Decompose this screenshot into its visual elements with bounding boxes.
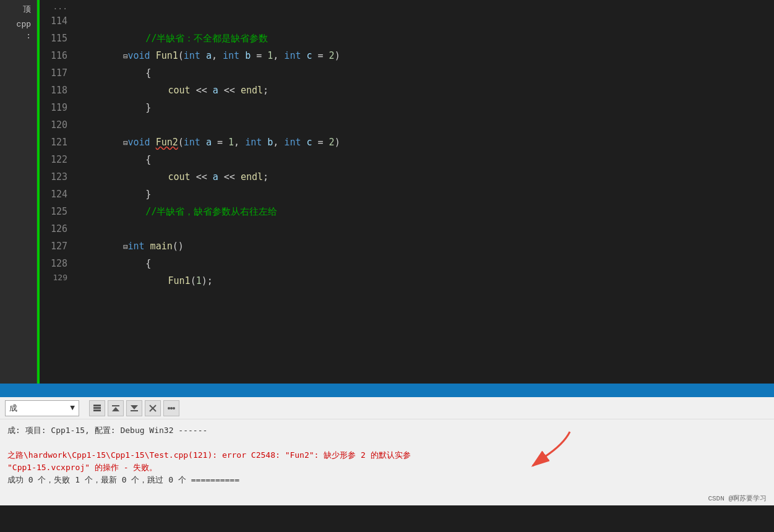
svg-rect-3 [112, 405, 119, 406]
comment-124: //半缺省，缺省参数从右往左给 [123, 206, 277, 217]
sidebar-top-label: 顶 [20, 0, 33, 19]
line-numbers: ... 114 115 116 117 118 119 120 121 122 … [40, 0, 74, 384]
output-panel: 成 ▼ [0, 397, 774, 505]
line-num-123: 123 [51, 168, 67, 186]
fn-fun2: Fun2 [156, 137, 178, 148]
output-footer: CSDN @啊苏要学习 [0, 491, 774, 505]
output-toolbar: 成 ▼ [0, 397, 774, 419]
code-line-119 [74, 99, 774, 116]
toolbar-btn-4[interactable] [145, 400, 161, 416]
code-line-114: //半缺省：不全都是缺省参数 [74, 12, 774, 30]
code-line-124: //半缺省，缺省参数从右往左给 [74, 186, 774, 203]
toolbar-icon-1 [92, 403, 102, 413]
line-num-128: 128 [51, 255, 67, 272]
line-num-partial: ... [53, 1, 67, 12]
line-num-120: 120 [51, 116, 67, 134]
toolbar-icon-2 [111, 403, 121, 413]
blue-separator-bar [0, 384, 774, 397]
toolbar-icon-4 [148, 403, 158, 413]
fn-main: main [150, 241, 173, 252]
kw-void-120: void [127, 137, 150, 148]
line-num-119: 119 [51, 99, 67, 116]
toolbar-btn-3[interactable] [126, 400, 142, 416]
line-num-122: 122 [51, 151, 67, 168]
code-line-126: ⊟int main() [74, 220, 774, 238]
line-num-124: 124 [51, 186, 67, 203]
fn-fun1: Fun1 [156, 50, 178, 61]
toolbar-btn-2[interactable] [108, 400, 124, 416]
line-num-126: 126 [51, 220, 67, 238]
sidebar-dots: : [24, 30, 33, 42]
svg-rect-6 [131, 410, 138, 411]
line-num-116: 116 [51, 47, 67, 64]
output-summary: 成功 0 个，失败 1 个，最新 0 个，跳过 0 个 ========== [7, 474, 767, 486]
dropdown-label: 成 [9, 403, 17, 414]
line-partial-top [74, 1, 774, 12]
code-line-122: cout << a << endl; [74, 151, 774, 168]
output-build-header: 成: 项目: Cpp1-15, 配置: Debug Win32 ------ [7, 424, 767, 437]
output-error-line: 之路\hardwork\Cpp1-15\Cpp1-15\Test.cpp(121… [7, 449, 767, 461]
comment-114: //半缺省：不全都是缺省参数 [123, 33, 268, 44]
code-line-120: ⊟void Fun2(int a = 1, int b, int c = 2) [74, 116, 774, 134]
svg-rect-2 [93, 410, 101, 411]
svg-point-9 [168, 407, 170, 410]
svg-marker-5 [131, 405, 138, 410]
line-num-117: 117 [51, 64, 67, 82]
svg-point-10 [170, 407, 173, 410]
kw-void-115: void [127, 50, 150, 61]
code-line-117: cout << a << endl; [74, 64, 774, 82]
svg-rect-1 [93, 407, 101, 409]
line-num-114: 114 [51, 12, 67, 30]
svg-rect-0 [93, 405, 101, 406]
line-num-115: 115 [51, 30, 67, 47]
line-num-125: 125 [51, 203, 67, 220]
toolbar-btn-1[interactable] [89, 400, 105, 416]
dropdown-arrow-icon: ▼ [70, 403, 75, 413]
svg-marker-4 [112, 407, 119, 411]
output-error-line2: "Cpp1-15.vcxproj" 的操作 - 失败。 [7, 461, 767, 474]
code-editor: 顶 cpp : ... 114 115 116 117 118 119 120 … [0, 0, 774, 384]
code-area[interactable]: //半缺省：不全都是缺省参数 ⊟void Fun1(int a, int b =… [74, 0, 774, 384]
sidebar-cpp-label: cpp [14, 19, 33, 30]
code-line-128: Fun1(1); [74, 255, 774, 272]
output-dropdown[interactable]: 成 ▼ [5, 400, 79, 416]
line-num-127: 127 [51, 238, 67, 255]
kw-int-126: int [127, 241, 144, 252]
line-num-118: 118 [51, 82, 67, 99]
toolbar-icon-5 [166, 403, 176, 413]
output-blank [7, 437, 767, 449]
toolbar-icon-3 [129, 403, 139, 413]
line-num-121: 121 [51, 134, 67, 151]
toolbar-btn-5[interactable] [163, 400, 179, 416]
output-content: 成: 项目: Cpp1-15, 配置: Debug Win32 ------ 之… [0, 419, 774, 491]
svg-point-11 [173, 407, 175, 410]
line-num-129: 129 [53, 272, 67, 283]
left-sidebar: 顶 cpp : [0, 0, 37, 384]
